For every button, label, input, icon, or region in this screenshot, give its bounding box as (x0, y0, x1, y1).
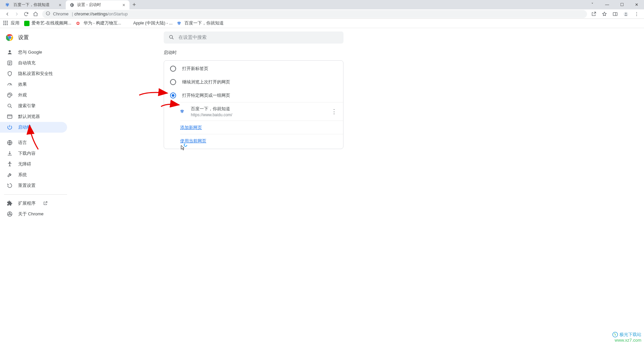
bookmarks-bar: 应用 爱奇艺-在线视频网... ✿ 华为 - 构建万物互... Apple (中… (0, 19, 644, 28)
add-page-link[interactable]: 添加新网页 (180, 125, 202, 130)
share-icon[interactable] (589, 9, 598, 19)
radio-continue[interactable]: 继续浏览上次打开的网页 (164, 75, 343, 89)
address-bar[interactable]: Chrome | chrome://settings/onStartup (42, 10, 587, 18)
page-title: 设置 (18, 34, 29, 41)
tab-baidu[interactable]: ✾ 百度一下，你就知道 × (2, 0, 66, 9)
bookmark-star-icon[interactable] (600, 9, 609, 19)
more-menu-icon[interactable]: ⋮ (331, 108, 337, 115)
nav-autofill[interactable]: 自动填充 (0, 58, 67, 68)
baidu-paw-icon: ✾ (180, 109, 185, 114)
shield-icon (7, 71, 13, 77)
watermark-line1: 极光下载站 (620, 332, 641, 338)
settings-header: 设置 在设置中搜索 (0, 28, 644, 47)
nav-label: 默认浏览器 (18, 114, 40, 120)
settings-search[interactable]: 在设置中搜索 (164, 31, 343, 44)
nav-you-and-google[interactable]: 您与 Google (0, 47, 67, 58)
svg-point-6 (636, 15, 637, 16)
chevron-down-icon[interactable]: ˅ (585, 0, 600, 9)
nav-label: 语言 (18, 140, 27, 146)
extension-icon (7, 200, 13, 206)
person-icon (7, 49, 13, 55)
minimize-button[interactable]: — (600, 0, 614, 9)
nav-accessibility[interactable]: 无障碍 (0, 159, 67, 169)
nav-performance[interactable]: 效果 (0, 79, 67, 90)
radio-new-tab[interactable]: 打开新标签页 (164, 62, 343, 75)
bookmark-apple[interactable]: Apple (中国大陆) - ... (126, 20, 172, 26)
close-window-button[interactable]: ✕ (629, 0, 644, 9)
nav-on-startup[interactable]: 启动时 (0, 122, 67, 133)
back-button[interactable] (3, 9, 12, 19)
gauge-icon (7, 81, 13, 87)
nav-label: 系统 (18, 172, 27, 178)
bookmark-label: 爱奇艺-在线视频网... (32, 20, 71, 26)
search-placeholder: 在设置中搜索 (178, 35, 207, 41)
reload-button[interactable] (21, 9, 31, 19)
site-info-icon[interactable] (46, 11, 50, 17)
radio-label: 继续浏览上次打开的网页 (182, 79, 230, 85)
apple-icon (126, 21, 131, 26)
svg-point-21 (9, 213, 11, 215)
forward-button[interactable] (12, 9, 21, 19)
power-icon (7, 124, 13, 130)
palette-icon (7, 92, 13, 98)
nav-reset[interactable]: 重置设置 (0, 180, 67, 191)
bookmark-iqiyi[interactable]: 爱奇艺-在线视频网... (24, 20, 71, 26)
radio-specific-pages[interactable]: 打开特定网页或一组网页 (164, 89, 343, 102)
apps-label: 应用 (11, 20, 19, 26)
home-button[interactable] (31, 9, 40, 19)
search-icon (168, 34, 174, 41)
bookmark-huawei[interactable]: ✿ 华为 - 构建万物互... (76, 20, 121, 26)
svg-point-19 (9, 162, 10, 163)
startup-page-row: ✾ 百度一下，你就知道 https://www.baidu.com/ ⋮ (180, 102, 343, 121)
radio-icon (170, 66, 176, 72)
url-main: chrome://settings (74, 11, 108, 16)
gear-icon (69, 2, 74, 8)
use-current-row: 使用当前网页 (180, 134, 343, 147)
tab-title: 百度一下，你就知道 (13, 2, 56, 8)
nav-appearance[interactable]: 外观 (0, 90, 67, 100)
bookmark-label: 百度一下，你就知道 (184, 20, 224, 26)
chrome-icon (7, 211, 13, 217)
settings-sidebar: 您与 Google 自动填充 隐私设置和安全性 效果 外观 搜索引擎 默认浏览器… (0, 47, 67, 219)
nav-label: 重置设置 (18, 183, 36, 189)
svg-point-3 (625, 12, 627, 14)
globe-icon (7, 140, 13, 146)
menu-icon[interactable] (632, 9, 641, 19)
bookmark-baidu[interactable]: ✾ 百度一下，你就知道 (177, 20, 224, 26)
wrench-icon (7, 172, 13, 178)
new-tab-button[interactable]: + (129, 0, 139, 9)
nav-downloads[interactable]: 下载内容 (0, 148, 67, 159)
close-icon[interactable]: × (121, 3, 126, 7)
apps-shortcut[interactable]: 应用 (3, 20, 19, 26)
bookmark-label: 华为 - 构建万物互... (84, 20, 121, 26)
section-title: 启动时 (164, 50, 343, 56)
nav-search-engine[interactable]: 搜索引擎 (0, 100, 67, 111)
nav-default-browser[interactable]: 默认浏览器 (0, 111, 67, 122)
maximize-button[interactable]: ☐ (614, 0, 629, 9)
side-panel-icon[interactable] (610, 9, 620, 19)
settings-content: 启动时 打开新标签页 继续浏览上次打开的网页 打开特定网页或一组网页 ✾ 百度一… (164, 50, 343, 149)
browser-icon (7, 114, 13, 120)
use-current-link[interactable]: 使用当前网页 (180, 138, 206, 143)
profile-avatar-icon[interactable] (621, 9, 631, 19)
nav-label: 关于 Chrome (18, 211, 44, 217)
svg-point-13 (8, 94, 9, 95)
nav-about-chrome[interactable]: 关于 Chrome (0, 209, 67, 219)
svg-rect-17 (7, 115, 12, 119)
nav-languages[interactable]: 语言 (0, 137, 67, 148)
close-icon[interactable]: × (58, 3, 62, 7)
svg-point-11 (9, 50, 11, 52)
tab-settings[interactable]: 设置 - 启动时 × (66, 0, 129, 9)
external-link-icon (43, 201, 48, 206)
nav-label: 外观 (18, 92, 27, 98)
startup-pages-list: ✾ 百度一下，你就知道 https://www.baidu.com/ ⋮ 添加新… (180, 102, 343, 147)
nav-label: 扩展程序 (18, 200, 36, 206)
nav-extensions[interactable]: 扩展程序 (0, 198, 67, 209)
url-rest: /onStartup (108, 11, 128, 16)
reset-icon (7, 183, 13, 189)
nav-privacy[interactable]: 隐私设置和安全性 (0, 68, 67, 79)
nav-system[interactable]: 系统 (0, 169, 67, 180)
tab-title: 设置 - 启动时 (77, 2, 119, 8)
baidu-paw-icon: ✾ (177, 21, 182, 26)
svg-point-4 (636, 12, 637, 13)
